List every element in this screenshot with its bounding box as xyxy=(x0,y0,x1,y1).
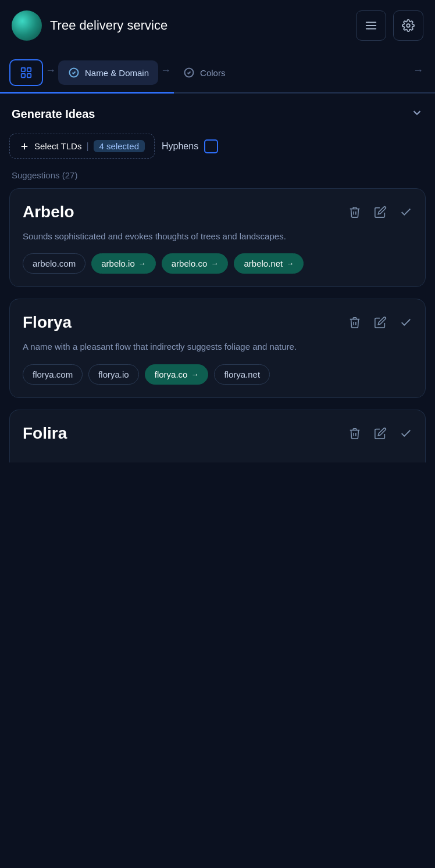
svg-rect-9 xyxy=(22,74,25,77)
edit-florya-button[interactable] xyxy=(374,316,387,329)
header-left: Tree delivery service xyxy=(12,10,167,41)
app-title: Tree delivery service xyxy=(50,18,167,33)
card-header-florya: Florya xyxy=(23,313,412,332)
arrow-sep-1: → xyxy=(45,64,56,81)
edit-icon xyxy=(374,206,387,218)
grid-icon xyxy=(20,66,33,79)
trash-icon xyxy=(348,206,361,218)
check-icon xyxy=(400,206,412,218)
card-actions-arbelo xyxy=(348,206,412,218)
gear-icon xyxy=(402,19,415,32)
plus-icon xyxy=(19,141,30,152)
tld-divider: | xyxy=(86,141,88,152)
tld-row: Select TLDs | 4 selected Hyphens xyxy=(9,131,426,169)
domain-tag-arbelo-io[interactable]: arbelo.io → xyxy=(91,253,156,274)
list-icon xyxy=(365,19,377,32)
tab-grid[interactable] xyxy=(9,59,43,86)
domain-tag-arbelo-co[interactable]: arbelo.co → xyxy=(162,253,229,274)
domain-tag-florya-com[interactable]: florya.com xyxy=(23,364,83,385)
tab-name-domain-label: Name & Domain xyxy=(85,68,149,78)
card-name-arbelo: Arbelo xyxy=(23,203,74,221)
suggestion-card-folira: Folira xyxy=(9,410,426,462)
select-tlds-label: Select TLDs xyxy=(34,141,81,151)
domain-tag-arbelo-com[interactable]: arbelo.com xyxy=(23,253,85,274)
arrow-sep-2: → xyxy=(161,64,171,81)
collapse-generate-ideas-button[interactable] xyxy=(411,106,423,122)
arrow-icon: → xyxy=(211,259,218,268)
card-name-folira: Folira xyxy=(23,424,67,443)
delete-folira-button[interactable] xyxy=(348,427,361,440)
hyphens-row: Hyphens xyxy=(162,139,218,153)
hyphens-label: Hyphens xyxy=(162,141,198,152)
generate-ideas-title: Generate Ideas xyxy=(12,107,95,121)
select-florya-button[interactable] xyxy=(400,316,412,329)
card-header-arbelo: Arbelo xyxy=(23,203,412,221)
tab-colors-label: Colors xyxy=(200,68,225,78)
card-description-arbelo: Sounds sophisticated and evokes thoughts… xyxy=(23,229,412,243)
arrow-icon: → xyxy=(138,259,146,268)
wizard-bar: → Name & Domain → Colors → xyxy=(0,51,435,86)
generate-ideas-section: Generate Ideas xyxy=(9,94,426,131)
check-icon xyxy=(400,427,412,440)
domain-tags-florya: florya.com florya.io florya.co → florya.… xyxy=(23,364,412,385)
select-tlds-button[interactable]: Select TLDs | 4 selected xyxy=(9,134,155,159)
delete-arbelo-button[interactable] xyxy=(348,206,361,218)
edit-icon xyxy=(374,427,387,440)
domain-tags-arbelo: arbelo.com arbelo.io → arbelo.co → arbel… xyxy=(23,253,412,274)
app-logo xyxy=(12,10,42,41)
card-name-florya: Florya xyxy=(23,313,72,332)
main-content: Generate Ideas Select TLDs | 4 selected … xyxy=(0,94,435,462)
delete-florya-button[interactable] xyxy=(348,316,361,329)
card-description-florya: A name with a pleasant flow that indirec… xyxy=(23,340,412,353)
edit-folira-button[interactable] xyxy=(374,427,387,440)
svg-rect-10 xyxy=(27,74,31,77)
svg-rect-7 xyxy=(22,68,25,71)
tld-selected-count: 4 selected xyxy=(94,140,145,152)
check-icon-2 xyxy=(183,66,195,79)
edit-arbelo-button[interactable] xyxy=(374,206,387,218)
card-header-folira: Folira xyxy=(23,424,412,443)
edit-icon xyxy=(374,316,387,329)
suggestion-card-arbelo: Arbelo xyxy=(9,188,426,287)
select-arbelo-button[interactable] xyxy=(400,206,412,218)
svg-point-6 xyxy=(407,24,410,27)
header-actions xyxy=(356,10,423,41)
card-actions-folira xyxy=(348,427,412,440)
arrow-icon: → xyxy=(286,259,294,268)
tab-colors[interactable]: Colors xyxy=(173,60,234,85)
domain-tag-florya-net[interactable]: florya.net xyxy=(214,364,270,385)
arrow-end: → xyxy=(413,64,423,81)
list-button[interactable] xyxy=(356,10,386,41)
trash-icon xyxy=(348,427,361,440)
check-icon xyxy=(400,316,412,329)
check-icon-1 xyxy=(67,66,80,79)
arrow-icon: → xyxy=(191,370,198,379)
domain-tag-florya-io[interactable]: florya.io xyxy=(88,364,139,385)
suggestion-card-florya: Florya xyxy=(9,299,426,397)
domain-tag-florya-co[interactable]: florya.co → xyxy=(145,364,209,385)
svg-rect-8 xyxy=(27,68,31,71)
chevron-down-icon xyxy=(411,106,423,119)
suggestions-label: Suggestions (27) xyxy=(9,169,426,188)
hyphens-checkbox[interactable] xyxy=(204,139,218,153)
tab-name-domain[interactable]: Name & Domain xyxy=(58,60,158,85)
card-actions-florya xyxy=(348,316,412,329)
select-folira-button[interactable] xyxy=(400,427,412,440)
settings-button[interactable] xyxy=(393,10,423,41)
domain-tag-arbelo-net[interactable]: arbelo.net → xyxy=(234,253,304,274)
trash-icon xyxy=(348,316,361,329)
app-header: Tree delivery service xyxy=(0,0,435,51)
